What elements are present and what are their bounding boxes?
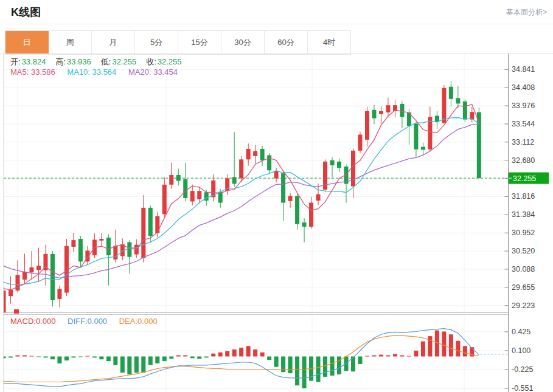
candle	[190, 185, 195, 206]
ma20-label: MA20:	[128, 67, 151, 77]
price-tick-label: 30.520	[512, 247, 535, 255]
macd-bar	[400, 356, 404, 357]
macd-bar	[106, 357, 111, 362]
macd-bar	[92, 357, 97, 358]
macd-bar	[23, 356, 27, 357]
macd-panel	[2, 329, 509, 388]
macd-bar	[204, 357, 209, 358]
candle	[246, 143, 251, 166]
macd-label: MACD:	[10, 317, 36, 326]
ma5-line	[4, 105, 479, 290]
macd-bar	[288, 357, 293, 374]
svg-text:32.255: 32.255	[513, 174, 536, 183]
macd-bar	[71, 357, 75, 358]
candle	[225, 174, 229, 196]
candle	[344, 165, 349, 203]
macd-bar	[176, 356, 181, 357]
macd-bar	[323, 357, 327, 377]
candle	[267, 153, 271, 174]
macd-bar	[155, 357, 159, 363]
macd-bar	[295, 357, 299, 386]
macd-bar	[330, 357, 335, 376]
macd-bar	[169, 357, 173, 359]
candle	[23, 253, 27, 284]
price-tick-label: 32.680	[512, 156, 535, 165]
macd-bar	[64, 357, 69, 361]
ma-lines	[4, 105, 479, 290]
ma20-line	[4, 125, 479, 278]
macd-bar	[421, 342, 425, 357]
price-tick-label: 33.976	[512, 101, 535, 110]
candle	[37, 248, 41, 283]
macd-bar	[197, 357, 201, 359]
macd-bar	[29, 356, 33, 357]
macd-bar	[37, 357, 41, 357]
price-tick-label: 31.816	[512, 192, 535, 201]
macd-bar	[57, 357, 61, 363]
candle	[50, 251, 55, 306]
candle	[372, 105, 376, 124]
candle	[197, 187, 201, 204]
candles	[2, 81, 481, 319]
ma5-label: MA5:	[10, 67, 29, 77]
macd-bar	[120, 357, 125, 373]
candle	[78, 236, 83, 267]
candle	[358, 132, 362, 153]
macd-bar	[407, 356, 411, 357]
macd-bar	[463, 346, 467, 356]
macd-bar	[428, 336, 432, 356]
candle	[99, 233, 103, 246]
candle	[463, 99, 467, 122]
candle	[92, 233, 97, 258]
candle	[176, 169, 181, 186]
dea-line	[4, 335, 479, 382]
macd-bar	[442, 331, 446, 356]
candle	[71, 233, 75, 252]
dea-value: 0.000	[137, 317, 158, 326]
candle	[323, 159, 327, 191]
candle	[64, 239, 69, 296]
macd-bar	[78, 357, 83, 357]
candle	[260, 146, 265, 165]
macd-bar	[141, 357, 145, 373]
ma20-value: 33.454	[153, 67, 178, 77]
macd-bar	[372, 356, 376, 357]
panel-resize-handle[interactable]	[14, 309, 19, 314]
macd-bar	[358, 357, 362, 364]
candle	[127, 240, 131, 273]
ma10-line	[4, 118, 479, 285]
macd-tick-label: 0.425	[512, 328, 530, 336]
candle	[274, 168, 279, 182]
macd-bar	[393, 354, 397, 357]
macd-bar	[190, 357, 195, 359]
macd-tick-label: -0.225	[512, 365, 533, 374]
macd-bar	[260, 352, 265, 357]
candle	[169, 163, 173, 189]
macd-bar	[134, 357, 139, 373]
price-tick-label: 30.952	[512, 229, 535, 237]
macd-bar	[15, 356, 19, 357]
macd-bar	[302, 357, 307, 388]
high-value: 33.936	[67, 57, 91, 66]
candle	[232, 132, 237, 187]
candle	[253, 145, 257, 163]
candle	[134, 239, 139, 258]
candle	[337, 159, 341, 172]
low-label: 低:	[101, 57, 111, 66]
macd-bar	[449, 334, 453, 356]
macd-bar	[50, 357, 55, 360]
macd-bar	[246, 346, 251, 356]
price-axis: 34.84134.40833.97633.54433.11232.68031.8…	[505, 65, 535, 309]
price-tick-label: 31.384	[512, 210, 535, 219]
candle	[414, 122, 418, 157]
open-value: 33.824	[22, 57, 46, 66]
macd-bar	[337, 357, 341, 375]
candle	[120, 238, 125, 260]
macd-tick-label: -0.551	[512, 384, 533, 392]
candle	[351, 148, 355, 198]
macd-bar	[274, 357, 279, 367]
macd-bar	[148, 357, 153, 365]
macd-bar	[414, 351, 418, 357]
macd-bar	[99, 357, 103, 360]
ma5-value: 33.586	[31, 67, 55, 77]
